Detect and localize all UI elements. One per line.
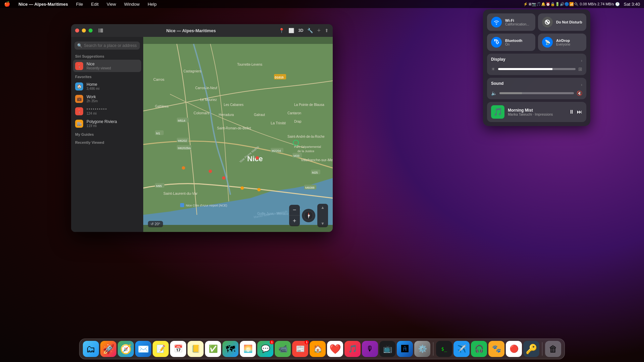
- cc-music-block: 🎵 Morning Mist Marika Takeuchi · Impress…: [487, 102, 586, 122]
- wifi-icon-circle: [491, 17, 502, 27]
- hidden-label: ••••••••••: [87, 107, 139, 112]
- cc-dnd-block[interactable]: Do Not Disturb: [538, 13, 586, 31]
- zoom-out-button[interactable]: −: [289, 205, 300, 216]
- svg-text:Cantaron: Cantaron: [287, 111, 301, 115]
- apple-menu[interactable]: 🍎: [3, 1, 12, 7]
- dock-item-podcasts[interactable]: 🎙: [362, 341, 378, 357]
- dock-item-reminders[interactable]: ✅: [205, 341, 221, 357]
- map-area[interactable]: Nice Carros Castagniers Tourrette-Levens…: [143, 37, 333, 232]
- add-icon[interactable]: +: [317, 27, 321, 34]
- cc-sound-section: Sound › 🔈 🔇: [487, 78, 586, 99]
- dock-item-systemprefs[interactable]: ⚙️: [414, 341, 430, 357]
- cc-wifi-block[interactable]: Wi-Fi Californication...: [487, 13, 535, 31]
- dock-item-facetime[interactable]: 📹: [275, 341, 291, 357]
- dock-item-paw[interactable]: 🐾: [488, 341, 504, 357]
- home-sub: 3,486 mi: [87, 87, 139, 90]
- svg-point-49: [182, 166, 185, 170]
- svg-text:de la Justice: de la Justice: [298, 149, 314, 153]
- airdrop-icon-circle: 📡: [542, 37, 553, 48]
- dock-item-maps[interactable]: 🗺: [222, 341, 238, 357]
- brightness-slider[interactable]: [498, 68, 576, 70]
- airdrop-sub: Everyone: [556, 43, 570, 46]
- recently-viewed-title: Recently Viewed: [71, 138, 143, 146]
- display-slider-row: ☀ ⊞: [491, 66, 582, 72]
- menubar-window[interactable]: Window: [123, 2, 141, 7]
- dock-item-telegram[interactable]: ✈️: [453, 341, 470, 357]
- split-view-icon[interactable]: ⬜: [288, 28, 294, 33]
- sidebar-item-hidden[interactable]: 📍 •••••••••• 124 mi: [71, 105, 143, 117]
- sidebar-item-work[interactable]: 💼 Work 2h 35m: [71, 93, 143, 105]
- volume-slider[interactable]: [499, 92, 574, 94]
- dock-item-notes[interactable]: 📒: [187, 341, 204, 357]
- music-artist: Marika Takeuchi · Impressions: [508, 113, 566, 116]
- control-center-panel: Wi-Fi Californication... Do Not Disturb …: [483, 9, 590, 126]
- dock-item-calendar[interactable]: 📅: [170, 341, 186, 357]
- dnd-label: Do Not Disturb: [556, 20, 582, 24]
- maps-sidebar: 🔍 Siri Suggestions 📍 Nice Recently viewe…: [71, 37, 143, 232]
- display-extra[interactable]: ⊞: [578, 66, 582, 72]
- location-icon[interactable]: 📍: [279, 28, 284, 33]
- svg-text:N: N: [308, 214, 310, 217]
- dock-item-stickies[interactable]: 📝: [153, 341, 169, 357]
- my-guides-title: My Guides: [71, 130, 143, 138]
- work-icon: 💼: [75, 95, 83, 103]
- dock-item-photos[interactable]: 🌅: [240, 341, 256, 357]
- zoom-in-button[interactable]: +: [289, 216, 300, 226]
- sound-expand[interactable]: ›: [581, 82, 582, 87]
- menubar-right: ⚡🖥📷🎵🔔⏰🔒🔋🔊🔵📶🔌 0.08 MB/s 2.74 MB/s 🕐 Sat 3…: [523, 2, 641, 7]
- cc-airdrop-block[interactable]: 📡 AirDrop Everyone: [538, 34, 586, 51]
- dock-item-launchpad[interactable]: 🚀: [100, 341, 116, 357]
- dock-item-terminal[interactable]: $_: [436, 341, 452, 357]
- sidebar-toggle-icon[interactable]: [98, 28, 103, 33]
- dock-item-spotify[interactable]: 🎧: [471, 341, 487, 357]
- cc-bluetooth-block[interactable]: ⮷ Bluetooth On: [487, 34, 535, 51]
- svg-point-52: [257, 188, 261, 191]
- export-icon[interactable]: ⬆: [325, 28, 329, 33]
- display-expand[interactable]: ›: [581, 58, 582, 63]
- svg-rect-0: [98, 28, 100, 33]
- home-icon: 🏠: [75, 82, 83, 90]
- dock-item-mail[interactable]: ✉️: [135, 341, 151, 357]
- sidebar-item-home[interactable]: 🏠 Home 3,486 mi: [71, 80, 143, 93]
- dock-item-messages[interactable]: 💬 1: [257, 341, 273, 357]
- svg-text:Castagniers: Castagniers: [183, 69, 201, 73]
- menubar-help[interactable]: Help: [146, 2, 158, 7]
- bluetooth-label: Bluetooth: [505, 39, 522, 43]
- map-controls: − + N ▲ ▼: [289, 204, 328, 227]
- dock-item-music[interactable]: 🎵: [344, 341, 361, 357]
- window-close-button[interactable]: [75, 28, 79, 33]
- dock-item-health[interactable]: ❤️: [327, 341, 343, 357]
- menubar-app-name[interactable]: Nice — Alpes-Maritimes: [17, 2, 69, 7]
- window-minimize-button[interactable]: [82, 28, 86, 33]
- menubar-edit[interactable]: Edit: [90, 2, 100, 7]
- hidden-icon: 📍: [75, 107, 83, 115]
- dock-item-trash[interactable]: 🗑: [545, 341, 561, 357]
- share-icon[interactable]: 🔧: [307, 28, 313, 33]
- menubar-file[interactable]: File: [75, 2, 85, 7]
- music-pause-button[interactable]: ⏸: [569, 109, 574, 115]
- svg-rect-24: [180, 203, 184, 207]
- dock-item-news[interactable]: 📰 1: [292, 341, 308, 357]
- compass-button[interactable]: N: [302, 209, 315, 222]
- search-input[interactable]: [74, 42, 140, 50]
- 3d-button[interactable]: 3D: [298, 28, 303, 33]
- dock-item-home[interactable]: 🏠: [310, 341, 326, 357]
- tilt-control[interactable]: ▲ ▼: [317, 204, 328, 227]
- window-body: 🔍 Siri Suggestions 📍 Nice Recently viewe…: [71, 37, 333, 232]
- dock-item-safari[interactable]: 🧭: [118, 341, 134, 357]
- dock-item-chrome[interactable]: 🔴: [506, 341, 522, 357]
- sidebar-item-polygone[interactable]: 🏬 Polygone Riviera 119 mi: [71, 117, 143, 130]
- dock-item-1password[interactable]: 🔑: [523, 341, 539, 357]
- dock-item-finder[interactable]: 🗂: [83, 341, 99, 357]
- svg-text:Saint-Roman-de-Bellet: Saint-Roman-de-Bellet: [217, 126, 251, 130]
- dock-item-appletv[interactable]: 📺: [379, 341, 395, 357]
- svg-text:Colomars: Colomars: [194, 111, 210, 115]
- svg-text:Saint-André-de-la-Roche: Saint-André-de-la-Roche: [287, 135, 325, 138]
- window-maximize-button[interactable]: [89, 28, 93, 33]
- music-controls: ⏸ ⏭: [569, 109, 582, 115]
- sidebar-item-nice[interactable]: 📍 Nice Recently viewed: [73, 60, 141, 72]
- dock-item-appstore[interactable]: 🅰: [397, 341, 413, 357]
- sound-extra[interactable]: 🔇: [577, 90, 582, 96]
- music-skip-button[interactable]: ⏭: [577, 109, 582, 115]
- menubar-view[interactable]: View: [105, 2, 117, 7]
